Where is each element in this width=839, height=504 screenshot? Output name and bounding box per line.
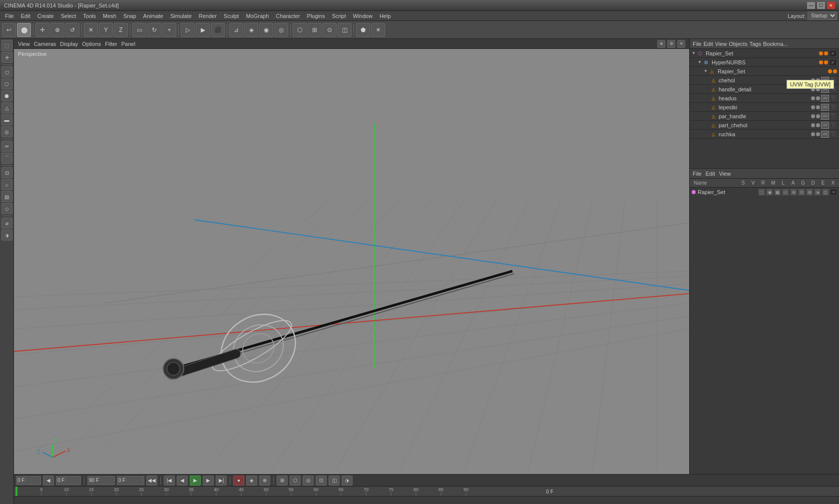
timeline-track[interactable] — [14, 497, 839, 504]
lt-spline[interactable]: ⌀ — [1, 218, 12, 229]
tool-save[interactable]: + — [162, 23, 176, 37]
tool-render-region[interactable]: ▷ — [181, 23, 195, 37]
keyframe-button[interactable]: ◈ — [246, 476, 257, 486]
lt-box[interactable]: ◻ — [1, 66, 12, 77]
uvw-tag-part-chehol[interactable]: UV — [821, 122, 829, 129]
attr-icon-deform[interactable]: ⬗ — [814, 189, 821, 196]
vp-menu-filter[interactable]: Filter — [105, 41, 117, 47]
menu-render[interactable]: Render — [196, 12, 220, 20]
om-view[interactable]: View — [715, 41, 727, 47]
obj-row-rapier-set-top[interactable]: ⬡ Rapier_Set — [690, 49, 839, 58]
auto-keyframe[interactable]: ⊕ — [259, 476, 270, 486]
lt-camera[interactable]: ⊡ — [1, 167, 12, 178]
lt-sphere[interactable]: ⬡ — [1, 78, 12, 89]
menu-file[interactable]: File — [2, 12, 17, 20]
vp-settings[interactable]: ⚙ — [667, 40, 675, 48]
tool-anim3[interactable]: ◉ — [259, 23, 273, 37]
vp-maximize[interactable]: ⊕ — [657, 40, 665, 48]
vp-menu-options[interactable]: Options — [82, 41, 101, 47]
play-button[interactable]: ▶ — [190, 476, 201, 486]
checker-tag-ruchka[interactable]: ⬛ — [830, 131, 837, 137]
lt-deform[interactable]: ⬗ — [1, 230, 12, 241]
lt-select[interactable]: ⬚ — [1, 40, 12, 51]
tc-minus[interactable]: ◀◀ — [146, 476, 157, 486]
tool-z[interactable]: Z — [114, 23, 128, 37]
uvw-tag-par-handle[interactable]: UV — [821, 113, 829, 120]
obj-row-rapier-set-2[interactable]: △ Rapier_Set — [690, 67, 839, 76]
record-button[interactable]: ● — [233, 476, 244, 486]
lt-plane[interactable]: ▬ — [1, 114, 12, 125]
uvw-tag-headus[interactable]: UV — [821, 95, 829, 102]
tc-timeline[interactable]: ⬡ — [290, 476, 301, 486]
checker-tag-par-handle[interactable]: ⬛ — [830, 113, 837, 119]
minimize-button[interactable]: — — [807, 2, 815, 9]
attr-icon-render[interactable]: ▦ — [774, 189, 781, 196]
uvw-tag-ruchka[interactable]: UV — [821, 131, 829, 138]
play-to-start[interactable]: |◀ — [164, 476, 175, 486]
lt-light2[interactable]: ☼ — [1, 179, 12, 190]
checker-tag-lepestki[interactable]: ⬛ — [830, 104, 837, 110]
menu-help[interactable]: Help — [377, 12, 394, 20]
tool-snap2[interactable]: ⊞ — [308, 23, 322, 37]
menu-mograph[interactable]: MoGraph — [243, 12, 272, 20]
obj-row-part-chehol[interactable]: △ part_chehol UV ⬛ — [690, 121, 839, 130]
tool-anim2[interactable]: ◈ — [244, 23, 258, 37]
lt-torus[interactable]: ◎ — [1, 126, 12, 137]
lt-cylinder[interactable]: ⬢ — [1, 90, 12, 101]
frame-current-input[interactable] — [56, 476, 81, 485]
om-edit[interactable]: Edit — [704, 41, 713, 47]
tc-motion[interactable]: ⊞ — [277, 476, 288, 486]
tool-new[interactable]: ▭ — [132, 23, 146, 37]
tool-rotate[interactable]: ↺ — [65, 23, 79, 37]
tc-project[interactable]: ◫ — [329, 476, 340, 486]
menu-select[interactable]: Select — [58, 12, 79, 20]
tool-scale[interactable]: ⊕ — [50, 23, 64, 37]
tool-snap4[interactable]: ◫ — [338, 23, 352, 37]
checker-tag-handle[interactable]: ⬛ — [830, 86, 837, 92]
timeline-ruler[interactable]: 5 10 15 20 25 30 35 40 45 50 55 60 65 70 — [14, 487, 839, 497]
attr-edit[interactable]: Edit — [706, 171, 715, 177]
tool-open[interactable]: ↻ — [147, 23, 161, 37]
frame-max-input[interactable] — [87, 476, 115, 485]
play-next-frame[interactable]: ▶ — [203, 476, 214, 486]
lt-cone[interactable]: △ — [1, 102, 12, 113]
attr-icon-expr[interactable]: ◫ — [822, 189, 829, 196]
menu-mesh[interactable]: Mesh — [100, 12, 119, 20]
lt-floor[interactable]: ▤ — [1, 191, 12, 202]
obj-row-par-handle[interactable]: △ par_handle UV ⬛ — [690, 112, 839, 121]
attr-icon-motion[interactable]: ▭ — [782, 189, 789, 196]
lt-move2[interactable]: ✛ — [1, 52, 12, 63]
om-tags[interactable]: Tags — [750, 41, 761, 47]
attr-icon-lock[interactable]: ⊕ — [790, 189, 797, 196]
attr-icon-xref[interactable]: ✕ — [830, 189, 837, 196]
frame-start-input[interactable] — [16, 476, 41, 485]
obj-row-chehol[interactable]: △ chehol UV ⬛ — [690, 76, 839, 85]
vp-menu-panel[interactable]: Panel — [121, 41, 135, 47]
uvw-tag-lepestki[interactable]: UV — [821, 104, 829, 111]
attr-icon-screen[interactable]: ⬚ — [758, 189, 765, 196]
obj-tag-check2[interactable] — [829, 59, 837, 66]
attr-icon-gen[interactable]: ⊞ — [806, 189, 813, 196]
obj-tag-check[interactable] — [829, 50, 837, 57]
tool-anim1[interactable]: ⊿ — [229, 23, 243, 37]
tool-x[interactable]: ✕ — [84, 23, 98, 37]
tool-move[interactable]: ✛ — [35, 23, 49, 37]
uvw-tag-handle[interactable]: UV — [821, 86, 829, 93]
menu-tools[interactable]: Tools — [80, 12, 99, 20]
vp-menu-cameras[interactable]: Cameras — [34, 41, 56, 47]
tool-model[interactable]: ⬤ — [17, 23, 31, 37]
lt-null[interactable]: ◇ — [1, 203, 12, 214]
obj-row-lepestki[interactable]: △ lepestki UV ⬛ — [690, 103, 839, 112]
maximize-button[interactable]: ☐ — [817, 2, 825, 9]
tool-render[interactable]: ⬛ — [211, 23, 225, 37]
viewport[interactable]: View Cameras Display Options Filter Pane… — [14, 39, 689, 474]
attr-row[interactable]: Rapier_Set ⬚ ◉ ▦ ▭ ⊕ ⊡ ⊞ ⬗ ◫ — [690, 188, 839, 197]
tc-dope[interactable]: ◎ — [303, 476, 314, 486]
tool-y[interactable]: Y — [99, 23, 113, 37]
lt-pen[interactable]: ✏ — [1, 141, 12, 152]
menu-sculpt[interactable]: Sculpt — [221, 12, 242, 20]
menu-character[interactable]: Character — [273, 12, 303, 20]
menu-create[interactable]: Create — [34, 12, 57, 20]
play-to-end[interactable]: ▶| — [216, 476, 227, 486]
attr-icon-cam[interactable]: ◉ — [766, 189, 773, 196]
